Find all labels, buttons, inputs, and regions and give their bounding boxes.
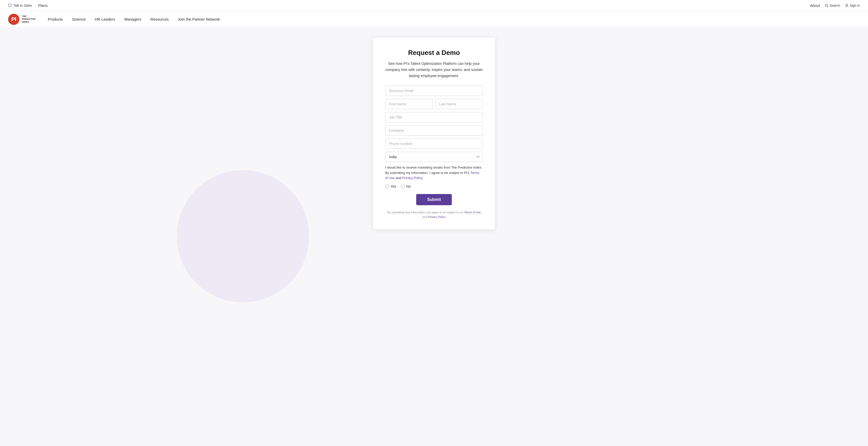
phone-input[interactable] bbox=[385, 138, 483, 149]
nav-resources[interactable]: Resources bbox=[150, 16, 169, 22]
radio-yes[interactable] bbox=[385, 185, 389, 188]
top-bar-right: About Search Sign in bbox=[810, 2, 860, 9]
nav-hr-leaders[interactable]: HR Leaders bbox=[95, 16, 115, 22]
user-icon bbox=[845, 4, 848, 7]
top-bar: Talk to Sales Plans About Search Sign in bbox=[0, 0, 868, 11]
radio-yes-label[interactable]: Yes bbox=[385, 184, 396, 188]
submit-button[interactable]: Submit bbox=[416, 194, 452, 205]
top-bar-left: Talk to Sales Plans bbox=[8, 2, 48, 9]
country-select[interactable]: India United States United Kingdom Canad… bbox=[385, 152, 483, 162]
logo-circle: PI bbox=[8, 14, 19, 25]
form-footer: By submitting your information, you agre… bbox=[385, 210, 483, 219]
form-title: Request a Demo bbox=[385, 49, 483, 57]
background-decoration bbox=[177, 170, 309, 302]
company-input[interactable] bbox=[385, 125, 483, 135]
nav-science[interactable]: Science bbox=[72, 16, 86, 22]
radio-no-text: No bbox=[406, 184, 411, 188]
page-content: Request a Demo See how PI's Talent Optim… bbox=[0, 28, 868, 446]
country-group: India United States United Kingdom Canad… bbox=[385, 152, 483, 162]
chat-icon bbox=[8, 4, 12, 7]
phone-group bbox=[385, 138, 483, 149]
footer-terms-link[interactable]: Terms of Use bbox=[464, 211, 481, 214]
last-name-input[interactable] bbox=[435, 99, 483, 109]
first-name-input[interactable] bbox=[385, 99, 433, 109]
demo-request-form-card: Request a Demo See how PI's Talent Optim… bbox=[373, 38, 495, 229]
about-link[interactable]: About bbox=[810, 2, 820, 9]
business-email-input[interactable] bbox=[385, 86, 483, 96]
name-row bbox=[385, 99, 483, 109]
search-label: Search bbox=[830, 4, 840, 7]
logo[interactable]: PI THE PREDICTIVE INDEX bbox=[8, 14, 36, 25]
footer-privacy-link[interactable]: Privacy Policy bbox=[428, 215, 445, 218]
company-group bbox=[385, 125, 483, 135]
last-name-group bbox=[435, 99, 483, 109]
business-email-group bbox=[385, 86, 483, 96]
plans-link[interactable]: Plans bbox=[38, 2, 48, 9]
main-nav: PI THE PREDICTIVE INDEX Products Science… bbox=[0, 11, 868, 28]
job-title-input[interactable] bbox=[385, 112, 483, 122]
nav-products[interactable]: Products bbox=[48, 16, 63, 22]
sign-in-label: Sign in bbox=[850, 4, 860, 7]
consent-radio-group: Yes No bbox=[385, 184, 483, 188]
nav-managers[interactable]: Managers bbox=[124, 16, 142, 22]
logo-letter: PI bbox=[11, 16, 16, 23]
svg-point-2 bbox=[846, 4, 848, 6]
privacy-policy-link[interactable]: Privacy Policy bbox=[402, 176, 423, 180]
search-link[interactable]: Search bbox=[825, 4, 840, 7]
logo-text: THE PREDICTIVE INDEX bbox=[22, 15, 36, 23]
svg-line-1 bbox=[827, 6, 828, 7]
form-subtitle: See how PI's Talent Optimization Platfor… bbox=[385, 61, 483, 79]
job-title-group bbox=[385, 112, 483, 122]
radio-yes-text: Yes bbox=[391, 184, 396, 188]
radio-no[interactable] bbox=[401, 185, 405, 188]
first-name-group bbox=[385, 99, 433, 109]
consent-text: I would like to receive marketing emails… bbox=[385, 165, 483, 181]
search-icon bbox=[825, 4, 829, 7]
talk-to-sales-label: Talk to Sales bbox=[13, 4, 32, 7]
talk-to-sales-link[interactable]: Talk to Sales bbox=[8, 4, 32, 7]
sign-in-link[interactable]: Sign in bbox=[845, 4, 860, 7]
nav-partner-network[interactable]: Join the Partner Network bbox=[178, 16, 220, 22]
radio-no-label[interactable]: No bbox=[401, 184, 411, 188]
